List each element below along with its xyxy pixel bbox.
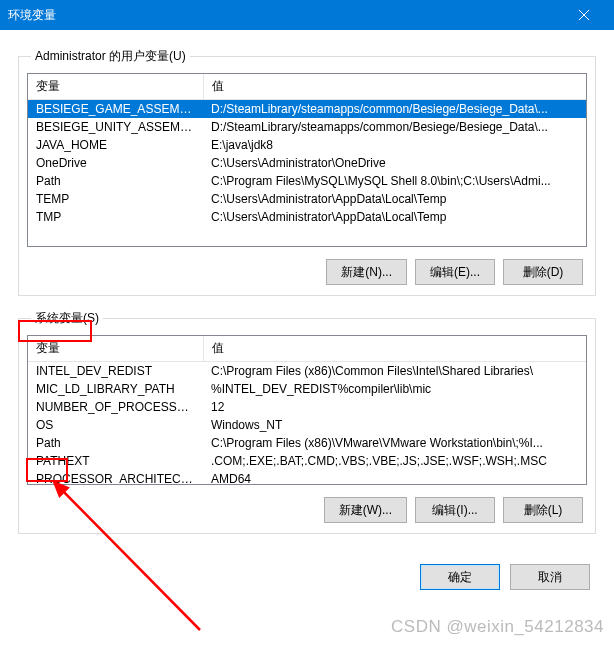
table-row[interactable]: INTEL_DEV_REDISTC:\Program Files (x86)\C… <box>28 362 586 381</box>
table-row[interactable]: TEMPC:\Users\Administrator\AppData\Local… <box>28 190 586 208</box>
table-row[interactable]: PATHEXT.COM;.EXE;.BAT;.CMD;.VBS;.VBE;.JS… <box>28 452 586 470</box>
cell-name: Path <box>28 172 203 190</box>
system-group-legend: 系统变量(S) <box>31 310 103 327</box>
cell-name: OS <box>28 416 203 434</box>
cell-value: %INTEL_DEV_REDIST%compiler\lib\mic <box>203 380 586 398</box>
col-value[interactable]: 值 <box>203 336 586 362</box>
cell-value: AMD64 <box>203 470 586 485</box>
table-row[interactable]: PROCESSOR_ARCHITECT...AMD64 <box>28 470 586 485</box>
cell-value: C:\Program Files (x86)\VMware\VMware Wor… <box>203 434 586 452</box>
cell-name: BESIEGE_GAME_ASSEMBL... <box>28 100 203 119</box>
cell-name: JAVA_HOME <box>28 136 203 154</box>
cell-value: 12 <box>203 398 586 416</box>
cell-name: Path <box>28 434 203 452</box>
cell-value: C:\Program Files\MySQL\MySQL Shell 8.0\b… <box>203 172 586 190</box>
table-row[interactable]: PathC:\Program Files (x86)\VMware\VMware… <box>28 434 586 452</box>
cell-value: D:/SteamLibrary/steamapps/common/Besiege… <box>203 100 586 119</box>
col-name[interactable]: 变量 <box>28 74 203 100</box>
cell-name: PROCESSOR_ARCHITECT... <box>28 470 203 485</box>
table-row[interactable]: NUMBER_OF_PROCESSORS12 <box>28 398 586 416</box>
watermark: CSDN @weixin_54212834 <box>391 617 604 637</box>
table-row[interactable]: TMPC:\Users\Administrator\AppData\Local\… <box>28 208 586 226</box>
cell-name: INTEL_DEV_REDIST <box>28 362 203 381</box>
ok-button[interactable]: 确定 <box>420 564 500 590</box>
cell-name: NUMBER_OF_PROCESSORS <box>28 398 203 416</box>
cell-value: Windows_NT <box>203 416 586 434</box>
col-value[interactable]: 值 <box>203 74 586 100</box>
user-variables-group: Administrator 的用户变量(U) 变量 值 BESIEGE_GAME… <box>18 48 596 296</box>
system-edit-button[interactable]: 编辑(I)... <box>415 497 495 523</box>
cell-value: D:/SteamLibrary/steamapps/common/Besiege… <box>203 118 586 136</box>
col-name[interactable]: 变量 <box>28 336 203 362</box>
system-variables-table-wrap: 变量 值 INTEL_DEV_REDISTC:\Program Files (x… <box>27 335 587 485</box>
cell-value: E:\java\jdk8 <box>203 136 586 154</box>
titlebar: 环境变量 <box>0 0 614 30</box>
cell-value: .COM;.EXE;.BAT;.CMD;.VBS;.VBE;.JS;.JSE;.… <box>203 452 586 470</box>
window-title: 环境变量 <box>8 7 56 24</box>
user-group-legend: Administrator 的用户变量(U) <box>31 48 190 65</box>
cell-name: TEMP <box>28 190 203 208</box>
system-variables-group: 系统变量(S) 变量 值 INTEL_DEV_REDISTC:\Program … <box>18 310 596 534</box>
system-variables-table[interactable]: 变量 值 INTEL_DEV_REDISTC:\Program Files (x… <box>28 336 586 485</box>
table-row[interactable]: OneDriveC:\Users\Administrator\OneDrive <box>28 154 586 172</box>
user-new-button[interactable]: 新建(N)... <box>326 259 407 285</box>
cell-value: C:\Users\Administrator\OneDrive <box>203 154 586 172</box>
table-row[interactable]: OSWindows_NT <box>28 416 586 434</box>
table-row[interactable]: MIC_LD_LIBRARY_PATH%INTEL_DEV_REDIST%com… <box>28 380 586 398</box>
cell-name: TMP <box>28 208 203 226</box>
cell-value: C:\Users\Administrator\AppData\Local\Tem… <box>203 208 586 226</box>
user-variables-table-wrap: 变量 值 BESIEGE_GAME_ASSEMBL...D:/SteamLibr… <box>27 73 587 247</box>
cell-name: OneDrive <box>28 154 203 172</box>
cell-name: PATHEXT <box>28 452 203 470</box>
table-row[interactable]: BESIEGE_GAME_ASSEMBL...D:/SteamLibrary/s… <box>28 100 586 119</box>
user-delete-button[interactable]: 删除(D) <box>503 259 583 285</box>
system-delete-button[interactable]: 删除(L) <box>503 497 583 523</box>
cell-value: C:\Users\Administrator\AppData\Local\Tem… <box>203 190 586 208</box>
system-new-button[interactable]: 新建(W)... <box>324 497 407 523</box>
close-icon[interactable] <box>561 0 606 30</box>
table-row[interactable]: BESIEGE_UNITY_ASSEMBL...D:/SteamLibrary/… <box>28 118 586 136</box>
cell-name: MIC_LD_LIBRARY_PATH <box>28 380 203 398</box>
user-variables-table[interactable]: 变量 值 BESIEGE_GAME_ASSEMBL...D:/SteamLibr… <box>28 74 586 226</box>
cell-name: BESIEGE_UNITY_ASSEMBL... <box>28 118 203 136</box>
cell-value: C:\Program Files (x86)\Common Files\Inte… <box>203 362 586 381</box>
table-row[interactable]: JAVA_HOMEE:\java\jdk8 <box>28 136 586 154</box>
user-edit-button[interactable]: 编辑(E)... <box>415 259 495 285</box>
cancel-button[interactable]: 取消 <box>510 564 590 590</box>
table-row[interactable]: PathC:\Program Files\MySQL\MySQL Shell 8… <box>28 172 586 190</box>
